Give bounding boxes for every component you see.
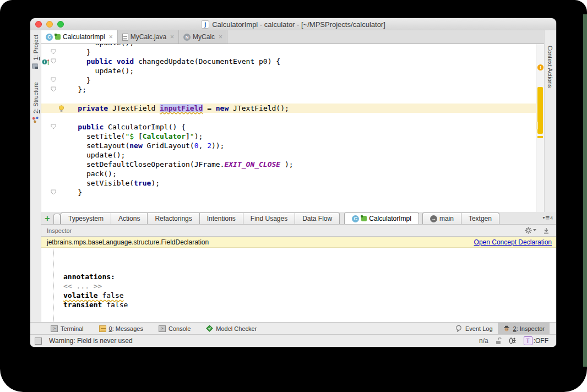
- close-tab-icon[interactable]: ×: [170, 33, 174, 41]
- current-line-stripe-mark: [536, 122, 538, 129]
- model-checker-icon: [206, 325, 213, 332]
- close-tab-icon[interactable]: ×: [109, 33, 113, 41]
- mps-window: j CalculatorImpl - calculator - [~/MPSPr…: [30, 18, 556, 347]
- code-editor[interactable]: update(); } public void changedUpdate(Do…: [41, 44, 536, 212]
- t-badge-icon: T: [524, 336, 532, 345]
- tab-main[interactable]: → main: [422, 213, 461, 224]
- structure-button-label: 2: Structure: [32, 82, 39, 113]
- error-stripe[interactable]: !: [536, 44, 544, 212]
- class-circle-icon: C: [46, 34, 53, 41]
- add-aspect-button[interactable]: +: [41, 213, 53, 224]
- unlock-icon[interactable]: [495, 337, 502, 345]
- hide-panel-icon[interactable]: [543, 227, 550, 234]
- close-tab-icon[interactable]: ×: [219, 33, 222, 41]
- status-message: Warning: Field is never used: [49, 337, 133, 345]
- sidebar-item-context-actions[interactable]: Context Actions: [547, 46, 553, 88]
- right-tool-stripe: Context Actions: [544, 30, 556, 212]
- inspector-line-annotations-value: << ... >>: [63, 281, 556, 291]
- editor-tab-label: MyCalc.java: [131, 33, 166, 41]
- fold-icon[interactable]: [51, 124, 56, 129]
- fold-icon[interactable]: [51, 77, 56, 83]
- hector-inspections-icon[interactable]: [508, 337, 517, 345]
- event-log-icon: [455, 325, 463, 332]
- window-title: CalculatorImpl - calculator - [~/MPSProj…: [212, 20, 385, 29]
- structure-icon: [32, 116, 39, 123]
- screenshot-background: j CalculatorImpl - calculator - [~/MPSPr…: [0, 0, 587, 392]
- tab-intentions[interactable]: Intentions: [200, 213, 243, 224]
- main-arrow-icon: →: [430, 215, 437, 222]
- typing-toggle[interactable]: T :OFF: [524, 336, 548, 345]
- concept-bar: jetbrains.mps.baseLanguage.structure.Fie…: [41, 237, 556, 248]
- toolwindow-console[interactable]: > Console: [154, 323, 195, 334]
- window-titlebar: j CalculatorImpl - calculator - [~/MPSPr…: [30, 18, 556, 31]
- tab-data-flow[interactable]: Data Flow: [295, 213, 340, 224]
- fold-icon[interactable]: [51, 189, 56, 195]
- editor-tab-label: CalculatorImpl: [63, 33, 105, 41]
- tab-calculatorimpl[interactable]: C CalculatorImpl: [344, 213, 419, 224]
- toolwindow-terminal[interactable]: > Terminal: [46, 323, 89, 334]
- inspection-warning-icon[interactable]: !: [537, 64, 543, 70]
- window-title-wrap: j CalculatorImpl - calculator - [~/MPSPr…: [30, 18, 556, 30]
- tab-textgen[interactable]: Textgen: [461, 213, 499, 224]
- messages-icon: [99, 325, 106, 332]
- status-bar: Warning: Field is never used n/a T :OFF: [30, 334, 556, 347]
- editor-tabbar: C CalculatorImpl × MyCalc.java × N MyCal…: [41, 30, 544, 44]
- inspector-line-annotations: annotations:: [63, 272, 556, 281]
- inspector-line-volatile: volatile false: [63, 291, 556, 300]
- tab-refactorings[interactable]: Refactorings: [148, 213, 199, 224]
- terminal-icon: >: [51, 325, 58, 332]
- concept-class-icon: [361, 216, 367, 221]
- code-lines: update(); } public void changedUpdate(Do…: [41, 44, 536, 197]
- fold-icon[interactable]: [51, 58, 56, 64]
- scrollbar-thumb[interactable]: [537, 87, 543, 134]
- tab-actions[interactable]: Actions: [111, 213, 148, 224]
- console-icon: >: [159, 325, 166, 332]
- class-circle-icon: C: [352, 215, 359, 222]
- inspector-gutter-line: [53, 248, 54, 322]
- editor-tab-label: MyCalc: [193, 33, 215, 41]
- open-concept-declaration-link[interactable]: Open Concept Declaration: [474, 238, 552, 246]
- desktop-edge: [583, 14, 587, 367]
- editor-tab-mycalc[interactable]: N MyCalc ×: [179, 30, 227, 43]
- editor-tab-mycalc-java[interactable]: MyCalc.java ×: [118, 30, 179, 43]
- tab-find-usages[interactable]: Find Usages: [243, 213, 295, 224]
- tab-overflow-button[interactable]: ▾≡4: [542, 214, 553, 224]
- bulb-icon[interactable]: [58, 105, 64, 112]
- caret-position[interactable]: n/a: [479, 337, 488, 345]
- toolwindow-bar: > Terminal 0: Messages > Console Model C…: [30, 322, 556, 334]
- model-file-icon: j: [201, 20, 209, 29]
- warning-stripe-mark[interactable]: [537, 136, 543, 138]
- toolwindow-messages[interactable]: 0: Messages: [94, 323, 148, 334]
- editor-tab-calculatorimpl[interactable]: C CalculatorImpl ×: [41, 30, 118, 43]
- tab-typesystem[interactable]: Typesystem: [61, 213, 111, 224]
- implement-icon[interactable]: [42, 58, 51, 66]
- inspector-header: Inspector: [41, 225, 556, 237]
- gear-icon[interactable]: [525, 227, 536, 234]
- fold-icon[interactable]: [51, 86, 56, 92]
- sidebar-item-structure[interactable]: 2: Structure: [30, 82, 41, 123]
- stub-tab: [53, 214, 61, 224]
- node-circle-icon: N: [183, 34, 191, 41]
- toolwindow-inspector[interactable]: 2: Inspector: [498, 323, 550, 334]
- java-file-icon: [122, 34, 128, 41]
- inspector-line-transient: transient false: [63, 300, 556, 309]
- fold-icon[interactable]: [51, 49, 56, 55]
- left-tool-stripe: 1: Project 2: Structure: [30, 30, 41, 322]
- toolwindow-event-log[interactable]: Event Log: [450, 323, 498, 334]
- concept-fqname: jetbrains.mps.baseLanguage.structure.Fie…: [47, 238, 209, 246]
- inspector-content[interactable]: annotations: << ... >> volatile false tr…: [41, 248, 556, 322]
- toolwindow-model-checker[interactable]: Model Checker: [201, 323, 262, 334]
- project-icon: [32, 63, 39, 70]
- toolwindow-toggle-icon[interactable]: [35, 337, 42, 345]
- inspector-detective-icon: [503, 325, 510, 332]
- aspect-tabbar: + Typesystem Actions Refactorings Intent…: [41, 212, 556, 225]
- project-button-label: 1: Project: [32, 35, 39, 60]
- inspector-title: Inspector: [47, 227, 72, 234]
- concept-class-icon: [55, 34, 61, 40]
- sidebar-item-project[interactable]: 1: Project: [30, 35, 41, 70]
- toggle-state: :OFF: [534, 337, 548, 345]
